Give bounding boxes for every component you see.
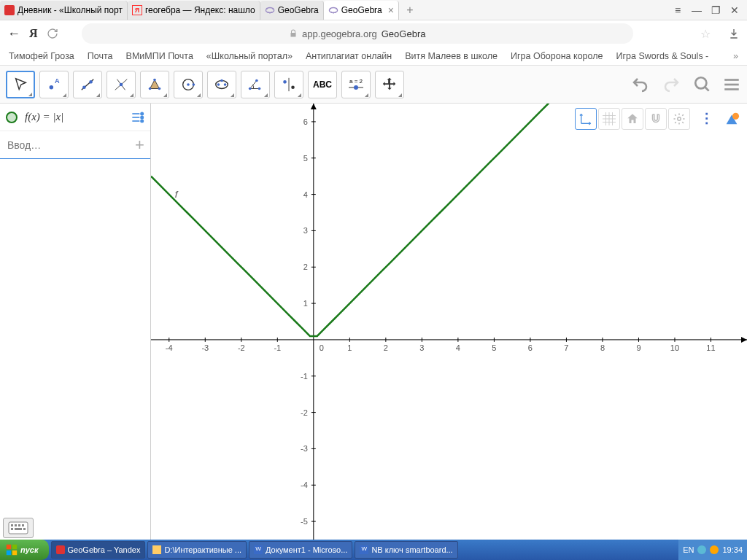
redo-button[interactable] bbox=[661, 76, 683, 93]
svg-point-7 bbox=[329, 7, 330, 9]
browser-tab[interactable]: GeoGebra bbox=[260, 1, 324, 20]
geogebra-icon bbox=[328, 5, 338, 15]
bookmark-item[interactable]: Игра Swords & Souls - bbox=[616, 51, 708, 61]
svg-rect-126 bbox=[22, 524, 24, 526]
taskbar-item[interactable]: WNB ключ smartboard... bbox=[355, 541, 457, 559]
graph-canvas[interactable]: -4-3-2-11234567891011-5-4-3-2-11234560f bbox=[151, 104, 747, 540]
svg-point-21 bbox=[149, 87, 152, 90]
geogebra-toolbar: A ABC a = 2 bbox=[0, 66, 747, 104]
windows-taskbar: пуск GeoGebra – Yandex D:\Интерактивные … bbox=[0, 540, 747, 560]
menu-button[interactable] bbox=[722, 75, 741, 94]
bookmark-item[interactable]: «Школьный портал» bbox=[206, 51, 293, 61]
axes-toggle[interactable] bbox=[575, 108, 597, 130]
move-view-tool[interactable] bbox=[375, 71, 404, 98]
taskbar-item[interactable]: GeoGebra – Yandex bbox=[51, 541, 146, 559]
reload-button[interactable] bbox=[47, 28, 58, 39]
bookmark-item[interactable]: Антиплагиат онлайн bbox=[306, 51, 392, 61]
favicon-icon: Я bbox=[132, 5, 142, 15]
snap-toggle[interactable] bbox=[645, 108, 667, 130]
point-tool[interactable]: A bbox=[39, 71, 69, 98]
graphics-view[interactable]: -4-3-2-11234567891011-5-4-3-2-11234560f bbox=[151, 104, 747, 560]
close-panel-icon[interactable] bbox=[721, 108, 743, 130]
svg-rect-124 bbox=[15, 524, 17, 526]
browser-tab[interactable]: Я геогебра — Яндекс: нашло bbox=[128, 1, 260, 20]
download-icon[interactable] bbox=[728, 28, 740, 39]
bookmark-item[interactable]: Тимофей Гроза bbox=[9, 51, 74, 61]
svg-rect-59 bbox=[705, 113, 708, 115]
svg-point-63 bbox=[732, 113, 739, 120]
home-view[interactable] bbox=[622, 108, 643, 130]
bookmark-item[interactable]: Витя Малеев в школе bbox=[405, 51, 498, 61]
undo-button[interactable] bbox=[629, 76, 651, 93]
svg-text:0: 0 bbox=[320, 343, 324, 352]
svg-point-31 bbox=[249, 87, 252, 90]
move-tool[interactable] bbox=[6, 71, 35, 98]
bookmark-item[interactable]: ВМиМПИ Почта bbox=[126, 51, 193, 61]
geogebra-main: f(x) = |x| + -4-3-2-11234567891011-5-4-3… bbox=[0, 104, 747, 560]
browser-tab[interactable]: Дневник - «Школный порт bbox=[0, 1, 128, 20]
close-window-icon[interactable]: ✕ bbox=[728, 4, 741, 16]
angle-tool[interactable] bbox=[241, 71, 270, 98]
virtual-keyboard-button[interactable] bbox=[3, 518, 34, 538]
bookmark-item[interactable]: Игра Оборона короле bbox=[511, 51, 603, 61]
search-button[interactable] bbox=[693, 75, 712, 94]
line-tool[interactable] bbox=[73, 71, 102, 98]
app-icon bbox=[56, 545, 65, 554]
new-tab-button[interactable]: + bbox=[402, 2, 418, 18]
svg-point-38 bbox=[354, 85, 358, 90]
svg-point-16 bbox=[89, 80, 93, 84]
taskbar-item[interactable]: D:\Интерактивные ... bbox=[147, 541, 247, 559]
svg-point-19 bbox=[120, 82, 123, 86]
tab-label: геогебра — Яндекс: нашло bbox=[145, 5, 255, 15]
tray-icon[interactable] bbox=[697, 545, 706, 554]
svg-text:-3: -3 bbox=[301, 444, 308, 453]
yandex-home-button[interactable]: Я bbox=[29, 27, 38, 40]
keyboard-icon bbox=[8, 521, 28, 534]
svg-point-22 bbox=[153, 78, 156, 81]
svg-text:2: 2 bbox=[303, 262, 308, 271]
reflect-tool[interactable] bbox=[274, 71, 303, 98]
slider-tool[interactable]: a = 2 bbox=[341, 71, 371, 98]
lock-icon bbox=[289, 29, 298, 38]
svg-text:1: 1 bbox=[347, 343, 352, 352]
clock[interactable]: 19:34 bbox=[722, 545, 743, 554]
svg-rect-123 bbox=[11, 524, 13, 526]
close-tab-icon[interactable]: × bbox=[388, 4, 394, 16]
start-button[interactable]: пуск bbox=[0, 540, 49, 560]
algebra-object-row[interactable]: f(x) = |x| bbox=[0, 104, 150, 131]
settings-view[interactable] bbox=[668, 108, 690, 130]
circle-tool[interactable] bbox=[174, 71, 203, 98]
perpendicular-tool[interactable] bbox=[107, 71, 136, 98]
taskbar-item[interactable]: WДокумент1 - Microso... bbox=[249, 541, 352, 559]
browser-tab-active[interactable]: GeoGebra × bbox=[324, 1, 399, 20]
svg-rect-133 bbox=[12, 551, 17, 555]
url-field[interactable]: app.geogebra.org GeoGebra bbox=[82, 23, 633, 44]
polygon-tool[interactable] bbox=[140, 71, 169, 98]
point-icon: A bbox=[46, 77, 62, 93]
svg-point-28 bbox=[217, 83, 220, 86]
tab-label: GeoGebra bbox=[341, 5, 382, 15]
bookmarks-bar: Тимофей Гроза Почта ВМиМПИ Почта «Школьн… bbox=[0, 47, 747, 66]
tray-icon[interactable] bbox=[710, 545, 719, 554]
more-bookmarks-icon[interactable]: » bbox=[733, 51, 738, 61]
ellipse-tool[interactable] bbox=[207, 71, 236, 98]
add-object-button[interactable]: + bbox=[135, 136, 144, 155]
menu-icon[interactable]: ≡ bbox=[671, 4, 684, 16]
system-tray: EN 19:34 bbox=[678, 540, 747, 560]
minimize-icon[interactable]: — bbox=[690, 4, 703, 16]
back-button[interactable]: ← bbox=[7, 26, 20, 42]
svg-point-8 bbox=[336, 7, 337, 9]
language-indicator[interactable]: EN bbox=[683, 545, 694, 554]
bookmark-item[interactable]: Почта bbox=[88, 51, 113, 61]
svg-text:-4: -4 bbox=[166, 343, 173, 352]
visibility-toggle-icon[interactable] bbox=[6, 112, 18, 123]
algebra-input[interactable] bbox=[7, 139, 135, 151]
text-tool[interactable]: ABC bbox=[308, 71, 337, 98]
svg-point-48 bbox=[141, 116, 143, 118]
maximize-icon[interactable]: ❐ bbox=[709, 4, 722, 16]
sort-icon[interactable] bbox=[130, 110, 144, 125]
svg-rect-130 bbox=[7, 545, 11, 549]
style-bar-icon[interactable] bbox=[697, 108, 719, 130]
bookmark-star-icon[interactable]: ☆ bbox=[700, 27, 711, 41]
grid-toggle[interactable] bbox=[598, 108, 620, 130]
